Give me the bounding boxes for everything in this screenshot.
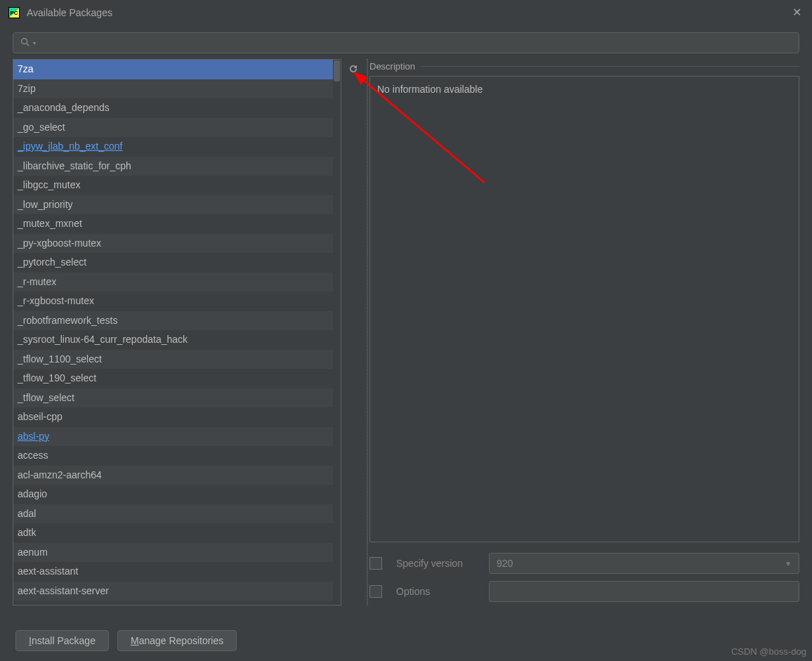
specify-version-label: Specify version bbox=[396, 558, 480, 569]
package-item[interactable]: _libgcc_mutex bbox=[13, 176, 341, 195]
divider bbox=[421, 66, 799, 67]
chevron-down-icon: ▼ bbox=[785, 560, 792, 568]
refresh-icon[interactable] bbox=[345, 60, 362, 77]
description-text: No information available bbox=[377, 84, 483, 95]
package-item[interactable]: _anaconda_depends bbox=[13, 98, 341, 118]
manage-label-rest: anage Repositories bbox=[139, 635, 224, 646]
close-icon[interactable]: ✕ bbox=[790, 6, 804, 20]
scroll-thumb[interactable] bbox=[334, 60, 340, 81]
scrollbar[interactable] bbox=[333, 60, 341, 605]
package-item[interactable]: _robotframework_tests bbox=[13, 311, 341, 331]
manage-repositories-button[interactable]: Manage Repositories bbox=[117, 630, 237, 651]
search-box[interactable]: ▾ bbox=[13, 32, 799, 53]
package-item[interactable]: aenum bbox=[13, 543, 341, 563]
package-item[interactable]: absl-py bbox=[13, 427, 341, 447]
package-item[interactable]: _low_priority bbox=[13, 195, 341, 215]
search-dropdown-icon[interactable]: ▾ bbox=[33, 40, 36, 46]
package-item[interactable]: _r-xgboost-mutex bbox=[13, 292, 341, 311]
watermark: CSDN @boss-dog bbox=[731, 646, 806, 657]
install-label-rest: nstall Package bbox=[32, 635, 96, 646]
package-list[interactable]: 7za7zip_anaconda_depends_go_select_ipyw_… bbox=[13, 59, 341, 606]
package-item[interactable]: _tflow_1100_select bbox=[13, 350, 341, 369]
package-item[interactable]: _tflow_190_select bbox=[13, 369, 341, 388]
package-item[interactable]: abseil-cpp bbox=[13, 407, 341, 427]
package-item[interactable]: adal bbox=[13, 504, 341, 524]
package-item[interactable]: _r-mutex bbox=[13, 273, 341, 292]
package-item[interactable]: acl-amzn2-aarch64 bbox=[13, 466, 341, 485]
options-input[interactable] bbox=[489, 581, 799, 602]
package-item[interactable]: access bbox=[13, 446, 341, 466]
package-item[interactable]: 7zip bbox=[13, 79, 341, 99]
window-title: Available Packages bbox=[27, 7, 112, 18]
description-label: Description bbox=[369, 61, 415, 72]
package-item[interactable]: _tflow_select bbox=[13, 388, 341, 408]
app-icon: PC bbox=[8, 7, 20, 18]
package-item[interactable]: adagio bbox=[13, 485, 341, 504]
titlebar: PC Available Packages ✕ bbox=[0, 0, 812, 25]
version-value: 920 bbox=[497, 558, 513, 569]
specify-version-checkbox[interactable] bbox=[369, 557, 382, 570]
install-package-button[interactable]: Install Package bbox=[15, 630, 109, 651]
options-label: Options bbox=[396, 586, 480, 597]
version-select[interactable]: 920 ▼ bbox=[489, 553, 799, 574]
options-checkbox[interactable] bbox=[369, 585, 382, 598]
package-item[interactable]: _ipyw_jlab_nb_ext_conf bbox=[13, 137, 341, 157]
package-item[interactable]: _libarchive_static_for_cph bbox=[13, 157, 341, 176]
package-item[interactable]: _mutex_mxnet bbox=[13, 214, 341, 234]
package-item[interactable]: aext-assistant-server bbox=[13, 582, 341, 601]
svg-line-1 bbox=[27, 43, 30, 46]
svg-point-0 bbox=[22, 38, 27, 44]
package-item[interactable]: adtk bbox=[13, 523, 341, 543]
package-item[interactable]: _sysroot_linux-64_curr_repodata_hack bbox=[13, 330, 341, 350]
package-item[interactable]: 7za bbox=[13, 60, 341, 79]
description-box: No information available bbox=[369, 76, 799, 542]
package-item[interactable]: _go_select bbox=[13, 118, 341, 138]
search-input[interactable] bbox=[40, 37, 792, 48]
package-item[interactable]: _py-xgboost-mutex bbox=[13, 234, 341, 254]
search-icon bbox=[20, 37, 30, 49]
package-item[interactable]: aext-assistant bbox=[13, 562, 341, 582]
package-item[interactable]: _pytorch_select bbox=[13, 253, 341, 273]
